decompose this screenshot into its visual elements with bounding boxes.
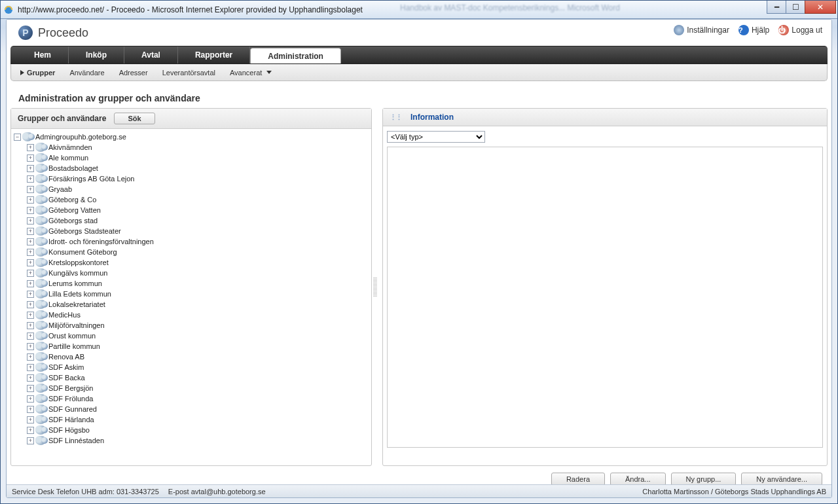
footer-email: E-post avtal@uhb.goteborg.se: [168, 488, 266, 495]
close-button[interactable]: ✕: [805, 1, 836, 14]
expand-icon[interactable]: +: [27, 333, 34, 340]
expand-icon[interactable]: +: [27, 395, 34, 403]
brand-name: Proceedo: [38, 26, 88, 40]
subtab-leverantorsavtal[interactable]: Leverantörsavtal: [162, 69, 215, 77]
expand-icon[interactable]: +: [27, 364, 34, 371]
expand-icon[interactable]: +: [27, 437, 34, 444]
power-icon: ⏻: [778, 25, 789, 35]
tree-item-label: MedicHus: [48, 311, 81, 319]
tree-wrap: −Admingroupuhb.goteborg.se+Akivnämnden+A…: [11, 129, 371, 465]
tree-item[interactable]: +SDF Härlanda: [12, 414, 370, 425]
tree-item[interactable]: +Lerums kommun: [12, 278, 370, 289]
group-icon: [35, 352, 46, 361]
tree-item[interactable]: +Göteborg Vatten: [12, 205, 370, 215]
expand-icon[interactable]: +: [27, 385, 34, 392]
edit-button[interactable]: Ändra...: [610, 473, 666, 486]
tab-hem[interactable]: Hem: [17, 46, 69, 63]
subtab-avancerat[interactable]: Avancerat: [230, 69, 272, 77]
group-icon: [35, 195, 46, 204]
expand-icon[interactable]: +: [27, 374, 34, 382]
tree-item[interactable]: +Konsument Göteborg: [12, 247, 370, 257]
tree-item[interactable]: +SDF Backa: [12, 372, 370, 383]
expand-icon[interactable]: +: [27, 207, 34, 214]
tree-item-label: Göteborg & Co: [48, 196, 96, 204]
tree-item-label: Konsument Göteborg: [48, 248, 117, 256]
tree-item-label: Renova AB: [48, 353, 84, 361]
expand-icon[interactable]: +: [27, 186, 34, 193]
tree-item-label: Kungälvs kommun: [48, 269, 108, 277]
expand-icon[interactable]: +: [27, 353, 34, 361]
expand-icon[interactable]: +: [27, 312, 34, 319]
expand-icon[interactable]: +: [27, 280, 34, 287]
splitter-handle[interactable]: [373, 278, 377, 297]
tree-item[interactable]: +Lilla Edets kommun: [12, 289, 370, 299]
new-group-button[interactable]: Ny grupp...: [671, 473, 737, 486]
group-icon: [35, 268, 46, 278]
tree-item[interactable]: +SDF Högsbo: [12, 425, 370, 435]
tree-item[interactable]: +SDF Frölunda: [12, 393, 370, 404]
delete-button[interactable]: Radera: [551, 473, 605, 486]
tab-inkop[interactable]: Inköp: [69, 46, 124, 63]
tree-item[interactable]: +Gryaab: [12, 184, 370, 194]
maximize-button[interactable]: ☐: [786, 1, 805, 14]
expand-icon[interactable]: +: [27, 165, 34, 172]
tree-item[interactable]: +Göteborg & Co: [12, 194, 370, 205]
tree-item[interactable]: +Miljöförvaltningen: [12, 320, 370, 331]
tree-item[interactable]: +Lokalsekretariatet: [12, 299, 370, 310]
tree-item[interactable]: +SDF Askim: [12, 362, 370, 372]
expand-icon[interactable]: +: [27, 343, 34, 350]
expand-icon[interactable]: +: [27, 228, 34, 235]
tree-item[interactable]: +Akivnämnden: [12, 142, 370, 153]
expand-icon[interactable]: +: [27, 154, 34, 162]
tree-item[interactable]: +SDF Gunnared: [12, 404, 370, 414]
expand-icon[interactable]: +: [27, 259, 34, 266]
tree-item[interactable]: +Göteborgs Stadsteater: [12, 226, 370, 236]
type-select[interactable]: <Välj typ>: [387, 131, 485, 143]
expand-icon[interactable]: +: [27, 249, 34, 256]
collapse-icon[interactable]: −: [14, 134, 21, 141]
tree-item[interactable]: +Ale kommun: [12, 153, 370, 163]
expand-icon[interactable]: +: [27, 270, 34, 277]
tree-item-label: Kretsloppskontoret: [48, 259, 109, 266]
expand-icon[interactable]: +: [27, 406, 34, 413]
tree-item[interactable]: +Kretsloppskontoret: [12, 257, 370, 268]
tree-item[interactable]: +Renova AB: [12, 351, 370, 362]
tree-item-label: SDF Frölunda: [48, 395, 93, 403]
subtab-adresser[interactable]: Adresser: [119, 69, 148, 77]
tab-rapporter[interactable]: Rapporter: [178, 46, 250, 63]
tree-item[interactable]: +Försäkrings AB Göta Lejon: [12, 173, 370, 184]
tree-item-label: SDF Härlanda: [48, 416, 94, 423]
tree-item[interactable]: +Kungälvs kommun: [12, 268, 370, 278]
tab-avtal[interactable]: Avtal: [124, 46, 178, 63]
expand-icon[interactable]: +: [27, 322, 34, 329]
tree-item[interactable]: +SDF Linnéstaden: [12, 435, 370, 446]
expand-icon[interactable]: +: [27, 416, 34, 423]
subtab-anvandare[interactable]: Användare: [69, 69, 104, 77]
tree-item[interactable]: +Göteborgs stad: [12, 215, 370, 226]
expand-icon[interactable]: +: [27, 196, 34, 204]
expand-icon[interactable]: +: [27, 144, 34, 151]
tree-item[interactable]: +Orust kommun: [12, 331, 370, 341]
expand-icon[interactable]: +: [27, 175, 34, 183]
subtab-grupper[interactable]: Grupper: [20, 69, 55, 77]
tree-item[interactable]: +Partille kommun: [12, 341, 370, 351]
group-icon: [35, 300, 46, 309]
tab-administration[interactable]: Administration: [250, 48, 341, 63]
tree-item[interactable]: +Idrott- och föreningsförvaltningen: [12, 236, 370, 247]
new-user-button[interactable]: Ny användare...: [741, 473, 822, 486]
minimize-button[interactable]: ━: [767, 1, 786, 14]
search-button[interactable]: Sök: [114, 113, 155, 124]
tree-item[interactable]: +MedicHus: [12, 310, 370, 320]
tree-item[interactable]: +Bostadsbolaget: [12, 163, 370, 173]
tree-item[interactable]: +SDF Bergsjön: [12, 383, 370, 393]
logout-link[interactable]: ⏻Logga ut: [778, 25, 822, 35]
settings-link[interactable]: Inställningar: [674, 25, 729, 35]
group-tree[interactable]: −Admingroupuhb.goteborg.se+Akivnämnden+A…: [11, 129, 371, 465]
expand-icon[interactable]: +: [27, 238, 34, 245]
expand-icon[interactable]: +: [27, 301, 34, 308]
tree-root[interactable]: −Admingroupuhb.goteborg.se: [12, 132, 370, 142]
expand-icon[interactable]: +: [27, 217, 34, 225]
expand-icon[interactable]: +: [27, 427, 34, 434]
help-link[interactable]: ?Hjälp: [738, 25, 769, 35]
expand-icon[interactable]: +: [27, 291, 34, 298]
